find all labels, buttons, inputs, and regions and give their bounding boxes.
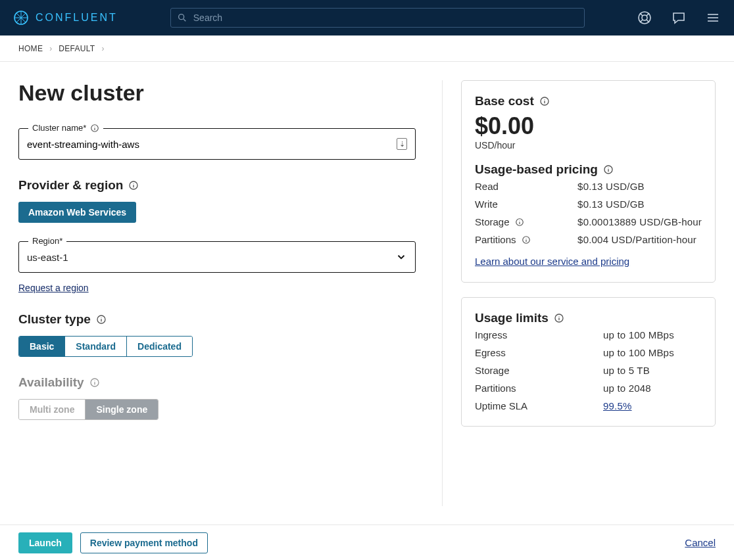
breadcrumb-home[interactable]: HOME [18, 44, 43, 53]
base-cost-price: $0.00 [475, 112, 702, 140]
svg-line-6 [647, 13, 649, 16]
cluster-type-heading: Cluster type [18, 312, 416, 327]
availability-heading: Availability [18, 375, 416, 390]
info-icon[interactable] [554, 313, 564, 323]
pricing-card: Base cost $0.00 USD/hour Usage-based pri… [461, 80, 716, 283]
info-icon[interactable] [539, 96, 550, 106]
search-icon [177, 12, 187, 23]
svg-point-26 [544, 99, 545, 100]
chevron-right-icon: › [101, 44, 104, 53]
svg-line-5 [640, 13, 643, 16]
limit-row-value: up to 2048 [603, 383, 702, 394]
svg-point-32 [519, 220, 520, 221]
svg-point-35 [526, 238, 526, 239]
search-input[interactable] [170, 8, 585, 28]
availability-segmented: Multi zoneSingle zone [18, 399, 159, 420]
limit-row-key: Egress [475, 347, 603, 358]
feedback-icon[interactable] [671, 10, 687, 26]
help-icon[interactable] [637, 10, 652, 26]
limit-row-value: up to 100 MBps [603, 329, 702, 340]
limit-row-key: Uptime SLA [475, 400, 603, 411]
availability-multi-zone: Multi zone [19, 400, 86, 419]
limit-row-key: Ingress [475, 329, 603, 340]
pricing-row-key: Read [475, 181, 577, 192]
learn-pricing-link[interactable]: Learn about our service and pricing [475, 256, 629, 267]
usage-pricing-heading: Usage-based pricing [475, 162, 702, 177]
launch-button[interactable]: Launch [18, 532, 72, 553]
usage-limits-heading: Usage limits [475, 311, 702, 325]
cluster-name-label: Cluster name* [28, 123, 103, 133]
uptime-sla-link[interactable]: 99.5% [603, 400, 632, 411]
limit-row-value: 99.5% [603, 400, 702, 411]
pricing-row-value: $0.004 USD/Partition-hour [577, 234, 702, 245]
breadcrumb: HOME › DEFAULT › [0, 35, 734, 62]
main: New cluster Cluster name* Provider & reg… [0, 62, 734, 525]
limit-row-value: up to 100 MBps [603, 347, 702, 358]
info-icon[interactable] [90, 124, 99, 133]
limit-row-value: up to 5 TB [603, 365, 702, 376]
provider-aws-button[interactable]: Amazon Web Services [18, 202, 136, 223]
limit-row-key: Partitions [475, 383, 603, 394]
svg-point-14 [95, 126, 95, 127]
info-icon[interactable] [89, 377, 100, 388]
confluent-logo-icon [13, 10, 29, 26]
limits-card: Usage limits Ingressup to 100 MBpsEgress… [461, 297, 716, 427]
svg-point-20 [101, 317, 101, 318]
svg-point-1 [178, 14, 184, 20]
provider-region-heading: Provider & region [18, 178, 416, 193]
info-icon[interactable] [515, 218, 524, 227]
pricing-row-value: $0.00013889 USD/GB-hour [577, 216, 702, 227]
svg-point-29 [608, 168, 608, 168]
cluster-name-field: Cluster name* [18, 128, 416, 160]
pricing-row-value: $0.13 USD/GB [577, 181, 702, 192]
cancel-link[interactable]: Cancel [685, 537, 716, 548]
svg-line-8 [647, 20, 649, 22]
brand-text: CONFLUENT [36, 12, 118, 24]
pricing-row-key: Partitions [475, 234, 577, 245]
svg-point-17 [134, 183, 134, 184]
info-icon[interactable] [603, 164, 614, 175]
pricing-row-key: Storage [475, 216, 577, 227]
autofill-icon[interactable] [397, 138, 407, 150]
svg-line-2 [184, 19, 185, 21]
svg-line-7 [640, 20, 643, 22]
pricing-row-key: Write [475, 198, 577, 210]
info-icon[interactable] [128, 180, 139, 191]
base-cost-heading: Base cost [475, 94, 702, 108]
chevron-right-icon: › [49, 44, 52, 53]
region-field: Region* us-east-1 [18, 241, 416, 273]
info-icon[interactable] [522, 235, 531, 245]
cluster-type-dedicated[interactable]: Dedicated [127, 337, 192, 356]
region-select[interactable]: Region* us-east-1 [18, 241, 416, 273]
footer: Launch Review payment method Cancel [0, 525, 734, 560]
request-region-link[interactable]: Request a region [18, 283, 89, 293]
limit-row-key: Storage [475, 365, 603, 376]
availability-single-zone: Single zone [86, 400, 158, 419]
search [170, 8, 585, 28]
cluster-type-basic[interactable]: Basic [19, 337, 65, 356]
pricing-rows: Read$0.13 USD/GBWrite$0.13 USD/GBStorage… [475, 181, 702, 245]
cluster-type-segmented: BasicStandardDedicated [18, 336, 193, 357]
cluster-type-standard[interactable]: Standard [65, 337, 127, 356]
brand[interactable]: CONFLUENT [13, 10, 118, 26]
hamburger-menu-icon[interactable] [705, 10, 721, 26]
page-title: New cluster [18, 80, 416, 106]
svg-point-4 [642, 15, 647, 20]
breadcrumb-env[interactable]: DEFAULT [59, 44, 95, 53]
review-payment-button[interactable]: Review payment method [80, 532, 208, 553]
chevron-down-icon [395, 251, 407, 263]
topbar: CONFLUENT [0, 0, 734, 35]
cluster-name-input[interactable] [27, 139, 397, 150]
svg-point-38 [558, 316, 559, 317]
base-cost-unit: USD/hour [475, 140, 702, 151]
svg-point-23 [94, 381, 95, 381]
form-left: New cluster Cluster name* Provider & reg… [18, 80, 442, 506]
info-icon[interactable] [96, 314, 107, 325]
region-value: us-east-1 [27, 252, 395, 263]
limits-rows: Ingressup to 100 MBpsEgressup to 100 MBp… [475, 329, 702, 411]
pricing-row-value: $0.13 USD/GB [577, 198, 702, 210]
summary-right: Base cost $0.00 USD/hour Usage-based pri… [442, 80, 716, 506]
region-label: Region* [28, 236, 66, 246]
